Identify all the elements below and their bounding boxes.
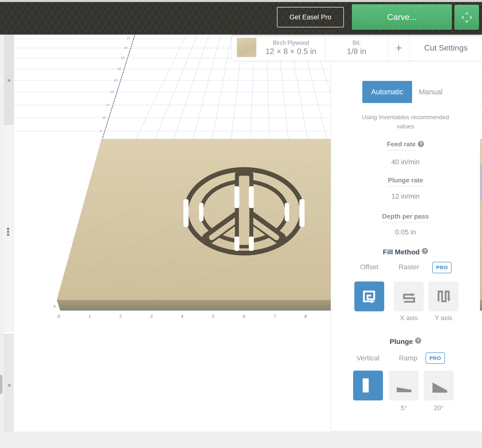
z-axis-line <box>102 31 136 140</box>
x-axis-tick: 4 <box>180 314 183 319</box>
tab-automatic[interactable]: Automatic <box>362 81 412 103</box>
x-axis-tick: 2 <box>119 314 122 319</box>
browser-edge-strip <box>0 0 482 2</box>
recommended-values-note: Using Inventables recommended values <box>331 112 480 131</box>
ramp-20deg-icon <box>428 375 449 396</box>
fill-method-title: Fill Method? <box>331 248 480 256</box>
offset-spiral-icon <box>359 286 380 307</box>
feed-rate-row: Feed rate? <box>331 140 480 150</box>
bottom-status-bar <box>0 432 482 448</box>
expand-sidebar-icon[interactable]: » <box>7 76 11 84</box>
raster-y-icon <box>433 286 454 307</box>
cut-settings-panel: Automatic Manual Using Inventables recom… <box>331 61 480 431</box>
y-axis-caption: Y axis <box>428 314 458 322</box>
plunge-help-icon[interactable]: ? <box>415 337 421 344</box>
bit-selector[interactable]: Bit: 1/8 in <box>325 35 388 61</box>
vertical-plunge-icon <box>357 375 379 396</box>
ramp-20-caption: 20° <box>424 404 454 412</box>
depth-per-pass-label: Depth per pass <box>382 213 429 223</box>
x-axis-caption: X axis <box>394 314 424 322</box>
material-bar: Birch Plywood 12 × 8 × 0.5 in Bit: 1/8 i… <box>231 35 482 61</box>
ramp-5deg-icon <box>393 375 415 396</box>
plunge-title: Plunge? <box>331 338 480 346</box>
fill-offset-button[interactable] <box>354 281 384 311</box>
bit-value: 1/8 in <box>347 47 366 56</box>
easel-app: 012345678910111213141516170 » « Get Ease… <box>0 0 482 448</box>
move-arrows-icon <box>459 9 475 25</box>
add-bit-button[interactable]: + <box>388 35 410 61</box>
x-axis-tick: 3 <box>150 314 153 319</box>
page-scrollbar-thumb[interactable] <box>480 164 482 201</box>
drawer-pull-handle[interactable] <box>0 375 2 394</box>
fill-raster-x-button[interactable] <box>394 281 424 311</box>
x-axis-tick: 8 <box>304 314 307 319</box>
plunge-rate-label: Plunge rate <box>388 176 423 186</box>
x-axis-tick: 6 <box>242 314 245 319</box>
tab-manual[interactable]: Manual <box>416 88 446 96</box>
feed-rate-label: Feed rate <box>387 140 416 150</box>
app-header: Get Easel Pro Carve... <box>0 2 482 35</box>
x-axis-tick: 1 <box>88 314 91 319</box>
fill-raster-y-button[interactable] <box>428 281 458 311</box>
left-edge-strip <box>0 35 4 432</box>
material-dimensions: 12 × 8 × 0.5 in <box>266 47 317 56</box>
get-easel-pro-button[interactable]: Get Easel Pro <box>277 7 344 27</box>
depth-per-pass-row: Depth per pass <box>331 213 480 223</box>
material-swatch[interactable] <box>237 38 256 57</box>
plunge-ramp-5-button[interactable] <box>389 371 419 400</box>
plunge-rate-value: 12 in/min <box>331 192 480 200</box>
splitter-drag-handle-icon[interactable] <box>7 227 9 237</box>
x-axis-tick: 0 <box>57 314 60 319</box>
plunge-vertical-label[interactable]: Vertical <box>353 354 383 362</box>
collapse-sidebar-icon[interactable]: « <box>7 381 11 389</box>
ramp-5-caption: 5° <box>389 404 419 412</box>
fill-raster-label[interactable]: Raster <box>396 263 421 271</box>
plunge-rate-row: Plunge rate <box>331 176 480 186</box>
plunge-ramp-20-button[interactable] <box>424 371 454 400</box>
bit-label: Bit: <box>352 40 361 46</box>
material-info[interactable]: Birch Plywood 12 × 8 × 0.5 in <box>257 35 325 61</box>
ramp-pro-badge: PRO <box>426 352 445 364</box>
plunge-vertical-button[interactable] <box>353 371 383 400</box>
fill-method-help-icon[interactable]: ? <box>422 248 428 254</box>
raster-x-icon <box>398 286 420 307</box>
peace-sign-carving[interactable] <box>183 169 305 253</box>
depth-per-pass-value: 0.05 in <box>331 228 480 236</box>
x-axis-tick: 5 <box>211 314 214 319</box>
x-axis-tick: 7 <box>273 314 276 319</box>
cut-settings-tab[interactable]: Cut Settings <box>410 35 482 61</box>
carve-button[interactable]: Carve... <box>352 4 452 30</box>
machine-jog-button[interactable] <box>454 5 479 30</box>
plunge-ramp-label[interactable]: Ramp <box>396 354 420 362</box>
fill-offset-label[interactable]: Offset <box>357 263 382 271</box>
raster-pro-badge: PRO <box>432 262 452 273</box>
feed-rate-value: 40 in/min <box>331 158 480 166</box>
material-name: Birch Plywood <box>273 40 309 46</box>
feed-rate-help-icon[interactable]: ? <box>418 141 424 147</box>
